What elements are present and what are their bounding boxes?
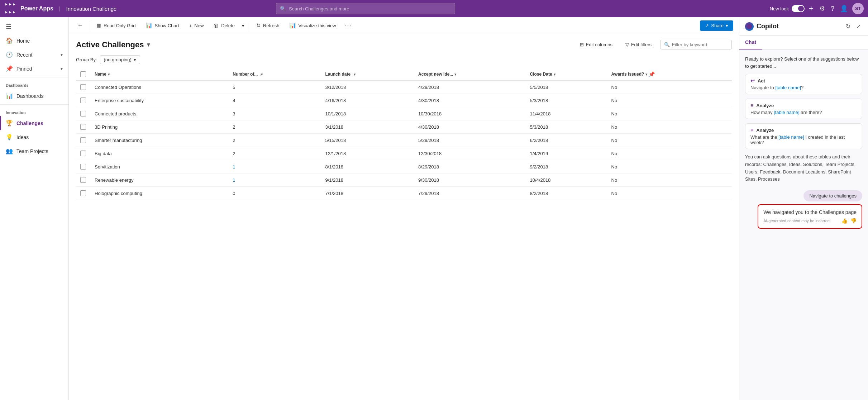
row-name-2[interactable]: Connected products	[90, 107, 228, 120]
view-header: Active Challenges ▾ ⊞ Edit columns ▽ Edi…	[76, 40, 732, 49]
row-checkbox-2	[76, 107, 90, 120]
new-label: New	[194, 23, 204, 28]
col-close-header[interactable]: Close Date ▾	[530, 72, 603, 77]
col-launch-header[interactable]: Launch date ↑▾	[325, 72, 410, 77]
show-chart-button[interactable]: 📊 Show Chart	[142, 20, 183, 31]
copilot-suggestion-3[interactable]: ≡ Analyze What are the [table name] I cr…	[745, 123, 862, 149]
app-grid-icon[interactable]: ‣‣‣‣‣‣	[4, 1, 16, 16]
table-row: Smarter manufacturing 2 5/15/2018 5/29/2…	[76, 134, 732, 147]
sidebar-item-pinned[interactable]: 📌 Pinned ▾	[0, 62, 68, 76]
col-name: Name ▾	[90, 68, 228, 80]
sidebar-toggle[interactable]: ☰	[0, 20, 68, 34]
new-look-toggle[interactable]	[792, 5, 805, 12]
row-name-3[interactable]: 3D Printing	[90, 120, 228, 134]
row-name-5[interactable]: Big data	[90, 147, 228, 160]
row-accept-4: 5/29/2018	[414, 134, 525, 147]
delete-dropdown-button[interactable]: ▾	[240, 21, 246, 30]
row-number-8: 0	[228, 187, 321, 200]
row-checkbox-input-6[interactable]	[80, 164, 86, 170]
copilot-expand-button[interactable]: ⤢	[855, 22, 862, 31]
copilot-tab-chat[interactable]: Chat	[739, 36, 762, 49]
settings-button[interactable]: ⚙	[818, 3, 826, 14]
row-checkbox-input-3[interactable]	[80, 124, 86, 130]
row-checkbox-input-7[interactable]	[80, 177, 86, 183]
copilot-suggestion-1[interactable]: ↩ Act Navigate to [table name]?	[745, 74, 862, 94]
sidebar-item-challenges[interactable]: 🏆 Challenges	[0, 116, 68, 130]
row-checkbox-4	[76, 134, 90, 147]
row-checkbox-input-8[interactable]	[80, 190, 86, 196]
row-checkbox-input-0[interactable]	[80, 84, 86, 90]
visualize-button[interactable]: 📊 Visualize this view	[285, 20, 340, 31]
row-awards-7: No	[607, 173, 732, 187]
thumbs-down-button[interactable]: 👎	[850, 218, 857, 224]
col-name-header[interactable]: Name ▾	[95, 72, 224, 77]
view-title-chevron[interactable]: ▾	[147, 41, 150, 48]
edit-filters-button[interactable]: ▽ Edit filters	[621, 40, 656, 49]
group-by-select[interactable]: (no grouping) ▾	[100, 55, 140, 64]
group-by-label: Group By:	[76, 57, 97, 62]
row-name-8[interactable]: Holographic computing	[90, 187, 228, 200]
sidebar-item-home[interactable]: 🏠 Home	[0, 34, 68, 48]
row-checkbox-input-5[interactable]	[80, 151, 86, 156]
delete-icon: 🗑	[214, 23, 219, 29]
toolbar: ← ▦ Read Only Grid 📊 Show Chart + New 🗑 …	[69, 17, 739, 34]
thumbs-up-button[interactable]: 👍	[841, 218, 848, 224]
table-row: Connected Operations 5 3/12/2018 4/29/20…	[76, 80, 732, 94]
search-input[interactable]	[289, 6, 451, 11]
sidebar-item-ideas[interactable]: 💡 Ideas	[0, 130, 68, 144]
col-accept: Accept new ide... ▾	[414, 68, 525, 80]
table-row: Servitization 1 8/1/2018 8/29/2018 9/2/2…	[76, 160, 732, 173]
row-name-6[interactable]: Servitization	[90, 160, 228, 173]
sidebar-item-team-projects-label: Team Projects	[16, 148, 48, 154]
col-accept-header[interactable]: Accept new ide... ▾	[418, 72, 521, 77]
row-close-4: 6/2/2018	[526, 134, 607, 147]
copilot-feedback-icons: 👍 👎	[841, 218, 857, 224]
avatar[interactable]: ST	[852, 3, 864, 14]
copilot-body: Ready to explore? Select one of the sugg…	[739, 50, 868, 400]
col-accept-sort-icon: ▾	[454, 72, 456, 76]
top-nav-right: New look + ⚙ ? 👤 ST	[770, 3, 864, 15]
col-launch: Launch date ↑▾	[321, 68, 414, 80]
copilot-title: Copilot	[745, 22, 779, 31]
new-button[interactable]: + New	[185, 20, 208, 31]
row-checkbox-input-4[interactable]	[80, 137, 86, 143]
refresh-icon: ↻	[256, 22, 261, 29]
col-awards-header[interactable]: Awards issued? ▾ 📌	[611, 71, 728, 77]
row-number-6: 1	[228, 160, 321, 173]
row-name-1[interactable]: Enterprise sustainability	[90, 94, 228, 107]
col-launch-label: Launch date	[325, 72, 350, 77]
select-all-checkbox[interactable]	[80, 71, 86, 77]
pinned-icon: 📌	[6, 65, 13, 72]
copilot-suggestion-2[interactable]: ≡ Analyze How many [table name] are ther…	[745, 99, 862, 119]
row-close-5: 1/4/2019	[526, 147, 607, 160]
row-close-3: 5/3/2018	[526, 120, 607, 134]
col-number-header[interactable]: Number of... ↓▾	[233, 72, 316, 77]
filter-input[interactable]	[672, 42, 728, 47]
row-name-4[interactable]: Smarter manufacturing	[90, 134, 228, 147]
add-button[interactable]: +	[807, 3, 815, 15]
row-checkbox-input-1[interactable]	[80, 97, 86, 103]
home-icon: 🏠	[6, 37, 13, 44]
edit-columns-button[interactable]: ⊞ Edit columns	[576, 40, 617, 49]
back-button[interactable]: ←	[75, 20, 86, 31]
sidebar-item-team-projects[interactable]: 👥 Team Projects	[0, 144, 68, 158]
sidebar-item-recent[interactable]: 🕐 Recent ▾	[0, 48, 68, 62]
row-name-7[interactable]: Renewable energy	[90, 173, 228, 187]
edit-filters-label: Edit filters	[631, 42, 652, 47]
person-button[interactable]: 👤	[839, 3, 849, 14]
copilot-response: We navigated you to the Challenges page …	[758, 204, 862, 229]
sidebar-item-dashboards[interactable]: 📊 Dashboards	[0, 89, 68, 103]
view-title: Active Challenges ▾	[76, 40, 150, 49]
row-name-0[interactable]: Connected Operations	[90, 80, 228, 94]
row-checkbox-3	[76, 120, 90, 134]
read-only-grid-button[interactable]: ▦ Read Only Grid	[92, 20, 140, 31]
row-checkbox-input-2[interactable]	[80, 111, 86, 116]
delete-button[interactable]: 🗑 Delete	[209, 20, 239, 31]
help-button[interactable]: ?	[829, 4, 836, 14]
refresh-button[interactable]: ↻ Refresh	[252, 20, 284, 31]
share-button[interactable]: ↗ Share ▾	[700, 20, 733, 31]
row-checkbox-7	[76, 173, 90, 187]
table-header-row: Name ▾ Number of... ↓▾ L	[76, 68, 732, 80]
more-options-button[interactable]: ⋯	[342, 20, 354, 31]
copilot-refresh-button[interactable]: ↻	[844, 22, 852, 31]
